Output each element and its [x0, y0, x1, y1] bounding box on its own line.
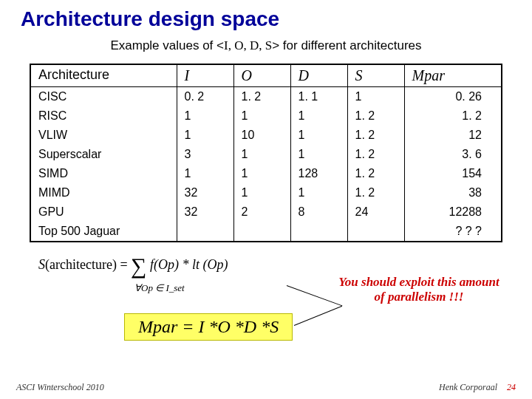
- cell-o: 1. 2: [233, 87, 290, 107]
- cell-d: 8: [290, 202, 347, 222]
- s-rhs: f(Op) * lt (Op): [146, 257, 228, 272]
- table-row: Top 500 Jaguar? ? ?: [30, 222, 502, 242]
- table-row: MIMD32111. 238: [30, 183, 502, 202]
- cell-s: [347, 222, 404, 242]
- table-row: SIMD111281. 2154: [30, 164, 502, 183]
- s-lhs-arg: (architecture) =: [45, 257, 131, 272]
- cell-arch: SIMD: [30, 164, 177, 183]
- cell-d: 1. 1: [290, 87, 347, 107]
- footer-left: ASCI Winterschool 2010: [16, 382, 104, 393]
- connector-line-icon: [294, 306, 342, 326]
- cell-s: 1: [347, 87, 404, 107]
- footer: ASCI Winterschool 2010 Henk Corporaal 24: [16, 382, 516, 393]
- cell-s: 24: [347, 202, 404, 222]
- table-row: GPU32282412288: [30, 202, 502, 222]
- s-lhs: S: [38, 257, 45, 272]
- cell-arch: RISC: [30, 106, 177, 126]
- cell-i: 1: [177, 126, 233, 145]
- cell-o: 10: [233, 126, 290, 145]
- cell-s: 1. 2: [347, 164, 404, 183]
- table-row: VLIW11011. 212: [30, 126, 502, 145]
- cell-o: [233, 222, 290, 242]
- cell-s: 1. 2: [347, 126, 404, 145]
- cell-o: 1: [233, 183, 290, 202]
- col-d: D: [290, 64, 347, 87]
- mpar-formula-box: Mpar = I *O *D *S: [124, 313, 293, 341]
- cell-o: 1: [233, 106, 290, 126]
- page-number: 24: [507, 382, 516, 392]
- cell-i: 0. 2: [177, 87, 233, 107]
- cell-i: 1: [177, 106, 233, 126]
- sigma-icon: ∑: [131, 259, 146, 273]
- cell-i: [177, 222, 233, 242]
- col-arch: Architecture: [30, 64, 177, 87]
- cell-o: 2: [233, 202, 290, 222]
- cell-mpar: 0. 26: [404, 87, 502, 107]
- subtitle-post: > for different architectures: [272, 38, 421, 52]
- cell-mpar: 12: [404, 126, 502, 145]
- cell-i: 3: [177, 145, 233, 164]
- cell-arch: GPU: [30, 202, 177, 222]
- table-row: RISC1111. 21. 2: [30, 106, 502, 126]
- cell-i: 32: [177, 183, 233, 202]
- formula-area: S(architecture) = ∑ f(Op) * lt (Op) ∀Op …: [21, 253, 511, 364]
- cell-mpar: 38: [404, 183, 502, 202]
- architecture-table: Architecture I O D S Mpar CISC0. 21. 21.…: [30, 64, 502, 242]
- cell-o: 1: [233, 145, 290, 164]
- cell-s: 1. 2: [347, 145, 404, 164]
- parallelism-callout: You should exploit this amount of parall…: [334, 275, 504, 305]
- cell-i: 32: [177, 202, 233, 222]
- cell-o: 1: [233, 164, 290, 183]
- subtitle-pre: Example values of <: [110, 38, 224, 52]
- cell-s: 1. 2: [347, 183, 404, 202]
- cell-arch: Top 500 Jaguar: [30, 222, 177, 242]
- cell-mpar: ? ? ?: [404, 222, 502, 242]
- cell-d: 128: [290, 164, 347, 183]
- subtitle: Example values of <I, O, D, S> for diffe…: [21, 38, 511, 53]
- table-body: CISC0. 21. 21. 110. 26RISC1111. 21. 2VLI…: [30, 87, 502, 242]
- cell-d: 1: [290, 145, 347, 164]
- cell-d: 1: [290, 126, 347, 145]
- cell-mpar: 154: [404, 164, 502, 183]
- cell-arch: Superscalar: [30, 145, 177, 164]
- slide-title: Architecture design space: [21, 7, 511, 31]
- cell-s: 1. 2: [347, 106, 404, 126]
- cell-mpar: 3. 6: [404, 145, 502, 164]
- cell-d: 1: [290, 183, 347, 202]
- cell-mpar: 1. 2: [404, 106, 502, 126]
- col-o: O: [233, 64, 290, 87]
- cell-arch: VLIW: [30, 126, 177, 145]
- s-formula: S(architecture) = ∑ f(Op) * lt (Op): [38, 257, 228, 273]
- footer-right: Henk Corporaal: [439, 382, 497, 392]
- cell-d: [290, 222, 347, 242]
- cell-arch: CISC: [30, 87, 177, 107]
- subtitle-params: I, O, D, S: [224, 38, 272, 52]
- cell-i: 1: [177, 164, 233, 183]
- s-formula-sub: ∀Op ∈ I_set: [134, 282, 185, 294]
- table-row: CISC0. 21. 21. 110. 26: [30, 87, 502, 107]
- table-header-row: Architecture I O D S Mpar: [30, 64, 502, 87]
- col-s: S: [347, 64, 404, 87]
- col-mpar: Mpar: [404, 64, 502, 87]
- cell-mpar: 12288: [404, 202, 502, 222]
- table-row: Superscalar3111. 23. 6: [30, 145, 502, 164]
- col-i: I: [177, 64, 233, 87]
- cell-d: 1: [290, 106, 347, 126]
- cell-arch: MIMD: [30, 183, 177, 202]
